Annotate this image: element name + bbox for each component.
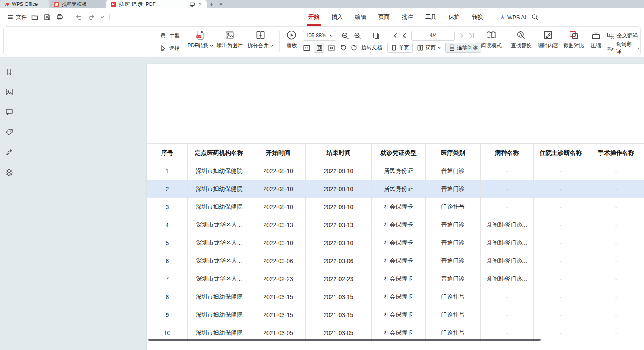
redo-icon[interactable]	[88, 13, 95, 21]
select-tool-button[interactable]: 选择	[159, 43, 180, 53]
sidebar-signature-button[interactable]	[3, 146, 15, 158]
print-icon[interactable]	[56, 13, 63, 21]
find-replace-button[interactable]: 查找替换	[508, 30, 534, 49]
read-mode-button[interactable]: 阅读模式	[478, 30, 504, 49]
zoom-in-icon[interactable]	[353, 32, 361, 40]
zoom-level-combo[interactable]: 105.88%	[303, 31, 336, 41]
tab-home[interactable]: 开始	[308, 13, 319, 21]
play-button[interactable]: 播放	[282, 30, 301, 49]
edit-content-icon	[543, 30, 553, 41]
chevron-down-icon	[637, 46, 640, 50]
find-replace-icon	[516, 30, 527, 41]
table-cell: 2021-03-15	[306, 306, 372, 324]
table-row: 3深圳市妇幼保健院2022-08-102022-08-10社会保障卡门诊挂号--…	[147, 198, 644, 216]
word-translate-button[interactable]: 文 划词翻译	[607, 43, 640, 53]
hand-tool-button[interactable]: 手型	[159, 31, 180, 40]
continuous-read-label: 连续阅读	[457, 44, 478, 51]
new-tab-button[interactable]: +	[207, 0, 217, 8]
table-cell: 居民身份证	[372, 162, 426, 180]
edit-content-button[interactable]: 编辑内容	[535, 30, 561, 49]
fit-width-icon[interactable]	[327, 44, 335, 52]
rotate-left-icon[interactable]	[340, 44, 347, 51]
thumbnail-icon	[6, 89, 12, 95]
undo-icon[interactable]	[75, 13, 83, 21]
toolbar-divider	[109, 14, 110, 20]
sidebar-bookmark-button[interactable]	[3, 66, 15, 78]
wps-ai-icon	[499, 14, 505, 20]
table-cell: -	[534, 288, 588, 306]
tab-comment[interactable]: 批注	[402, 13, 413, 21]
table-cell: 8	[147, 288, 188, 306]
split-merge-button[interactable]: 拆分合并	[245, 30, 276, 49]
table-cell: 门诊挂号	[426, 198, 481, 216]
tab-edit[interactable]: 编辑	[355, 13, 366, 21]
column-header: 结束时间	[306, 144, 372, 162]
table-cell: -	[481, 180, 534, 198]
tab-document[interactable]: P 就 医 记 录 .PDF ×	[106, 0, 207, 8]
column-header: 序号	[147, 144, 188, 162]
table-cell: 普通门诊	[426, 252, 481, 270]
file-menu-button[interactable]: 文件	[4, 8, 29, 26]
next-page-button[interactable]	[458, 32, 465, 39]
save-icon[interactable]	[43, 13, 51, 21]
full-translate-button[interactable]: A 文 全文翻译	[607, 31, 640, 40]
table-cell: -	[534, 234, 588, 252]
rotate-document-button[interactable]: 旋转文档	[360, 43, 384, 53]
wps-ai-button[interactable]: WPS AI	[499, 8, 526, 26]
table-cell: 2022-02-23	[306, 270, 372, 288]
search-icon[interactable]	[531, 13, 538, 20]
zoom-out-icon[interactable]	[341, 32, 349, 40]
prev-page-button[interactable]	[401, 32, 408, 39]
continuous-read-button[interactable]: 连续阅读	[445, 43, 481, 53]
sidebar-thumbnail-button[interactable]	[3, 86, 15, 98]
first-page-button[interactable]	[391, 32, 398, 39]
table-cell: -	[534, 216, 588, 234]
table-cell: 2022-08-10	[306, 162, 372, 180]
horizontal-scrollbar[interactable]	[148, 339, 541, 341]
table-cell: -	[588, 270, 644, 288]
pdf-convert-icon: PDF	[195, 30, 206, 41]
actual-size-icon[interactable]: 1:1	[303, 44, 311, 52]
compress-icon	[591, 30, 601, 41]
tab-insert[interactable]: 插入	[332, 13, 343, 21]
wps-pdf-window: W WPS Office 找稻壳模板 P 就 医 记 录 .PDF × + 文件	[0, 0, 644, 350]
single-page-button[interactable]: 单页	[387, 43, 413, 53]
tab-convert[interactable]: 转换	[472, 13, 483, 21]
last-page-button[interactable]	[468, 32, 475, 39]
table-cell: 1	[147, 162, 188, 180]
table-cell: -	[534, 162, 588, 180]
sidebar-comment-button[interactable]	[3, 106, 15, 118]
group-divider	[507, 31, 507, 52]
table-cell: -	[588, 198, 644, 216]
compress-button[interactable]: 压缩	[587, 30, 605, 49]
float-window-icon[interactable]	[190, 2, 195, 7]
tab-wps-office[interactable]: W WPS Office	[0, 0, 49, 8]
tab-docer-templates[interactable]: 找稻壳模板	[50, 0, 106, 8]
open-file-icon[interactable]	[31, 13, 38, 21]
double-page-button[interactable]: 双页	[415, 43, 443, 53]
pdf-file-icon: P	[111, 2, 116, 7]
tab-page[interactable]: 页面	[378, 13, 390, 21]
rotate-document-label: 旋转文档	[361, 44, 382, 51]
undo-history-chevron-icon[interactable]	[100, 15, 104, 19]
table-cell: 2021-03-15	[306, 288, 372, 306]
full-translate-label: 全文翻译	[617, 32, 638, 39]
sidebar-layers-button[interactable]	[3, 166, 15, 178]
tab-tools[interactable]: 工具	[425, 13, 436, 21]
rotate-right-icon[interactable]	[350, 44, 358, 51]
screenshot-compare-button[interactable]: 截图对比	[561, 30, 587, 49]
page-number-input[interactable]	[411, 31, 455, 41]
pdf-convert-button[interactable]: PDF PDF转换	[185, 30, 216, 49]
translate-group: A 文 全文翻译 文 划词翻译	[607, 31, 640, 53]
tab-protect[interactable]: 保护	[449, 13, 460, 21]
table-cell: 深圳市妇幼保健院	[188, 198, 251, 216]
fit-page-toggle[interactable]	[314, 43, 324, 53]
page-jump-icon[interactable]	[372, 32, 380, 40]
tab-list-chevron-icon[interactable]	[217, 0, 225, 8]
word-translate-icon: 文	[607, 44, 614, 52]
sidebar-tag-button[interactable]	[3, 126, 15, 138]
pointer-tools-group: 手型 选择	[159, 31, 180, 53]
export-image-button[interactable]: 输出为图片	[213, 30, 246, 49]
full-translate-icon: A 文	[607, 32, 614, 39]
close-tab-icon[interactable]: ×	[198, 1, 203, 8]
